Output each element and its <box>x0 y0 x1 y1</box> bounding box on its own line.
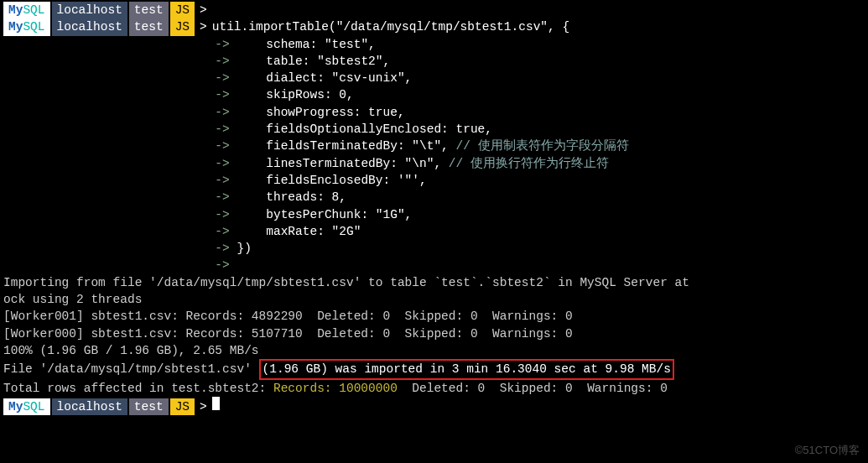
badge-host: localhost <box>52 2 127 18</box>
continuation-arrow-icon: -> <box>215 55 229 68</box>
continuation-arrow-icon: -> <box>215 258 229 272</box>
badge-db: test <box>129 2 169 18</box>
badge-mysql: MySQL <box>3 2 50 18</box>
command-option-4: -> showProgress: true, <box>3 104 865 121</box>
badge-mode: JS <box>170 398 195 415</box>
output-worker-1: [Worker001] sbtest1.csv: Records: 489229… <box>3 308 865 325</box>
continuation-arrow-icon: -> <box>215 139 229 153</box>
badge-mode: JS <box>170 2 195 18</box>
command-option-2: -> dialect: "csv-unix", <box>3 70 865 86</box>
badge-mode: JS <box>170 18 195 35</box>
prompt-chevron-icon: > <box>200 2 207 18</box>
output-importing-2: ock using 2 threads <box>3 291 865 308</box>
continuation-arrow-icon: -> <box>215 106 229 119</box>
command-close-2: -> <box>3 257 865 273</box>
output-importing: Importing from file '/data/mysql/tmp/sbt… <box>3 274 865 291</box>
continuation-arrow-icon: -> <box>215 225 229 238</box>
continuation-arrow-icon: -> <box>215 190 229 204</box>
output-progress: 100% (1.96 GB / 1.96 GB), 2.65 MB/s <box>3 342 865 359</box>
continuation-arrow-icon: -> <box>215 157 229 170</box>
continuation-arrow-icon: -> <box>215 71 229 85</box>
highlight-box: (1.96 GB) was imported in 3 min 16.3040 … <box>259 359 674 379</box>
command-option-11: -> maxRate: "2G" <box>3 223 865 240</box>
command-option-3: -> skipRows: 0, <box>3 86 865 103</box>
badge-host: localhost <box>52 398 127 415</box>
output-file-imported: File '/data/mysql/tmp/sbtest1.csv' (1.96… <box>3 359 865 379</box>
command-option-8: -> fieldsEnclosedBy: '"', <box>3 172 865 189</box>
cursor-icon <box>212 397 220 410</box>
command-option-1: -> table: "sbtest2", <box>3 53 865 70</box>
badge-mysql: MySQL <box>3 398 50 415</box>
prompt-chevron-icon: > <box>200 398 207 415</box>
command-option-5: -> fieldsOptionallyEnclosed: true, <box>3 121 865 138</box>
badge-host: localhost <box>52 18 127 35</box>
command-text: util.importTable("/data/mysql/tmp/sbtest… <box>212 18 569 35</box>
command-option-10: -> bytesPerChunk: "1G", <box>3 206 865 223</box>
output-worker-0: [Worker000] sbtest1.csv: Records: 510771… <box>3 325 865 342</box>
shell-prompt-2[interactable]: MySQLlocalhosttestJS>util.importTable("/… <box>3 18 865 35</box>
command-option-6: -> fieldsTerminatedBy: "\t", // 使用制表符作为字… <box>3 138 865 154</box>
command-option-9: -> threads: 8, <box>3 189 865 205</box>
badge-mysql: MySQL <box>3 18 50 35</box>
continuation-arrow-icon: -> <box>215 174 229 187</box>
shell-prompt-3[interactable]: MySQLlocalhosttestJS> <box>3 397 865 415</box>
command-option-0: -> schema: "test", <box>3 36 865 53</box>
output-total-rows: Total rows affected in test.sbtest2: Rec… <box>3 380 865 397</box>
watermark-text: ©51CTO博客 <box>795 443 860 458</box>
command-close: -> }) <box>3 240 865 257</box>
badge-db: test <box>129 18 169 35</box>
command-option-7: -> linesTerminatedBy: "\n", // 使用换行符作为行终… <box>3 155 865 172</box>
prompt-chevron-icon: > <box>200 18 207 35</box>
continuation-arrow-icon: -> <box>215 88 229 101</box>
continuation-arrow-icon: -> <box>215 208 229 221</box>
shell-prompt-1: MySQLlocalhosttestJS> <box>3 2 865 18</box>
continuation-arrow-icon: -> <box>215 38 229 51</box>
continuation-arrow-icon: -> <box>215 122 229 136</box>
continuation-arrow-icon: -> <box>215 242 229 255</box>
badge-db: test <box>129 398 169 415</box>
